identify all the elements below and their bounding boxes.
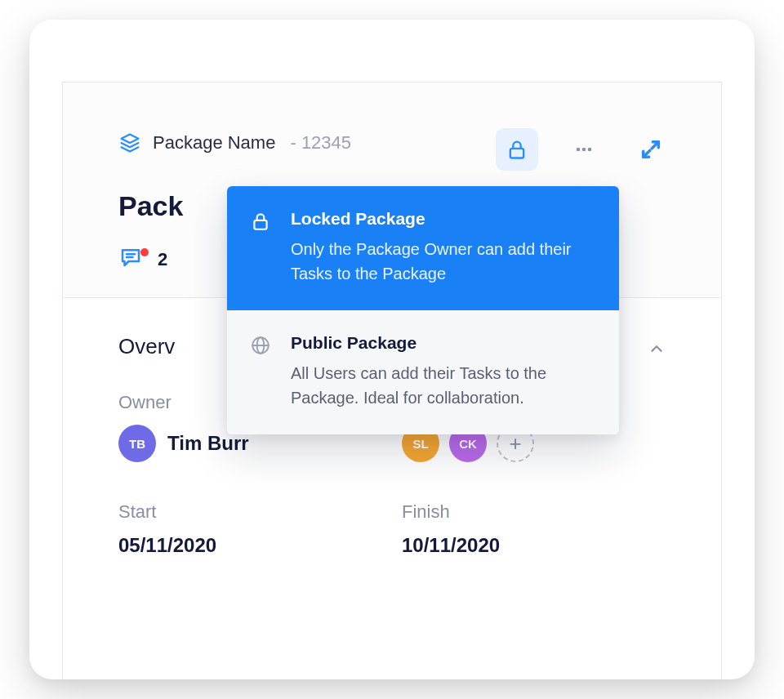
start-field: Start 05/11/2020 [118, 501, 382, 557]
svg-point-1 [577, 148, 581, 152]
finish-field: Finish 10/11/2020 [402, 501, 666, 557]
option-desc: All Users can add their Tasks to the Pac… [291, 361, 591, 410]
expand-button[interactable] [630, 128, 672, 171]
option-desc: Only the Package Owner can add their Tas… [291, 237, 591, 286]
globe-icon [250, 333, 274, 410]
svg-rect-7 [254, 220, 266, 229]
chevron-up-icon [648, 338, 666, 356]
option-title: Public Package [291, 333, 591, 353]
layers-icon [118, 131, 141, 154]
breadcrumb-id: - 12345 [290, 132, 351, 154]
breadcrumb-name[interactable]: Package Name [153, 132, 275, 154]
start-date[interactable]: 05/11/2020 [118, 534, 382, 557]
svg-point-3 [588, 148, 592, 152]
more-button[interactable] [563, 128, 605, 171]
notification-dot-icon [140, 241, 149, 262]
visibility-option-locked[interactable]: Locked Package Only the Package Owner ca… [227, 186, 619, 310]
overview-heading: Overv [118, 334, 175, 359]
start-label: Start [118, 501, 382, 523]
svg-point-6 [140, 248, 149, 256]
visibility-option-public[interactable]: Public Package All Users can add their T… [227, 310, 619, 434]
option-title: Locked Package [291, 209, 591, 229]
lock-button[interactable] [496, 128, 538, 171]
visibility-dropdown: Locked Package Only the Package Owner ca… [227, 186, 619, 434]
lock-icon [250, 209, 274, 286]
svg-point-2 [582, 148, 586, 152]
owner-avatar: TB [118, 425, 156, 462]
comments-count: 2 [158, 249, 167, 270]
finish-label: Finish [402, 501, 666, 523]
finish-date[interactable]: 10/11/2020 [402, 534, 666, 557]
package-card: Package Name - 12345 [29, 20, 755, 679]
owner-name: Tim Burr [167, 432, 249, 455]
svg-rect-0 [510, 149, 523, 158]
header-actions [496, 128, 672, 171]
